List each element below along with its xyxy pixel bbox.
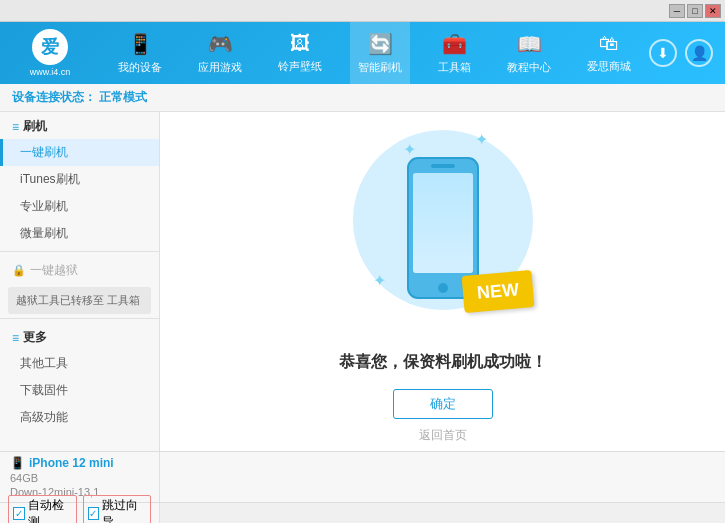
apps-icon: 🎮 <box>208 32 233 56</box>
nav-smart-flash[interactable]: 🔄 智能刷机 <box>350 22 410 84</box>
content-area: ✦ ✦ ✦ <box>160 112 725 451</box>
home-link[interactable]: 返回首页 <box>419 427 467 444</box>
auto-check-group: ✓ 自动检测 <box>8 495 77 524</box>
device-name: 📱 iPhone 12 mini <box>10 456 149 470</box>
logo-char: 爱 <box>41 35 59 59</box>
sidebar-item-pro-flash[interactable]: 专业刷机 <box>0 193 159 220</box>
header-actions: ⬇ 👤 <box>649 39 725 67</box>
wizard-check-checkbox[interactable]: ✓ <box>88 507 100 520</box>
pro-flash-label: 专业刷机 <box>20 199 68 213</box>
tutorial-icon: 📖 <box>517 32 542 56</box>
sidebar-more-header: ≡ 更多 <box>0 323 159 350</box>
other-tools-label: 其他工具 <box>20 356 68 370</box>
sparkle-icon-2: ✦ <box>475 130 488 149</box>
nav-wallpaper[interactable]: 🖼 铃声壁纸 <box>270 22 330 84</box>
one-click-flash-label: 一键刷机 <box>20 145 68 159</box>
sparkle-icon-3: ✦ <box>373 271 386 290</box>
sidebar: ≡ 刷机 一键刷机 iTunes刷机 专业刷机 微量刷机 🔒 一键越狱 越狱工具… <box>0 112 160 451</box>
nav-smart-flash-label: 智能刷机 <box>358 60 402 75</box>
sparkle-icon-1: ✦ <box>403 140 416 159</box>
nav-my-device-label: 我的设备 <box>118 60 162 75</box>
success-text: 恭喜您，保资料刷机成功啦！ <box>339 352 547 373</box>
sidebar-item-other-tools[interactable]: 其他工具 <box>0 350 159 377</box>
wallpaper-icon: 🖼 <box>290 32 310 55</box>
store-icon: 🛍 <box>599 32 619 55</box>
itunes-flash-label: iTunes刷机 <box>20 172 80 186</box>
svg-point-2 <box>438 283 448 293</box>
nav-store[interactable]: 🛍 爱思商城 <box>579 22 639 84</box>
smart-flash-icon: 🔄 <box>368 32 393 56</box>
logo-icon: 爱 <box>32 29 68 65</box>
status-bar: 设备连接状态： 正常模式 <box>0 84 725 112</box>
device-icon: 📱 <box>10 456 25 470</box>
svg-rect-3 <box>431 164 455 168</box>
nav-toolbox[interactable]: 🧰 工具箱 <box>430 22 479 84</box>
header: 爱 www.i4.cn 📱 我的设备 🎮 应用游戏 🖼 铃声壁纸 🔄 智能刷机 … <box>0 22 725 84</box>
nav-toolbox-label: 工具箱 <box>438 60 471 75</box>
user-button[interactable]: 👤 <box>685 39 713 67</box>
confirm-button-label: 确定 <box>430 395 456 413</box>
logo-site: www.i4.cn <box>30 67 71 77</box>
phone-illustration: ✦ ✦ ✦ <box>343 120 543 340</box>
lock-icon: 🔒 <box>12 264 26 277</box>
more-section-label: 更多 <box>23 329 47 346</box>
sidebar-item-download-firmware[interactable]: 下载固件 <box>0 377 159 404</box>
nav-store-label: 爱思商城 <box>587 59 631 74</box>
toolbox-icon: 🧰 <box>442 32 467 56</box>
device-storage: 64GB <box>10 472 149 484</box>
confirm-button[interactable]: 确定 <box>393 389 493 419</box>
status-label: 设备连接状态： <box>12 89 96 106</box>
wizard-check-group: ✓ 跳过向导 <box>83 495 152 524</box>
title-bar: ─ □ ✕ <box>0 0 725 22</box>
ota-flash-label: 微量刷机 <box>20 226 68 240</box>
flash-section-icon: ≡ <box>12 120 19 134</box>
nav-tutorial[interactable]: 📖 教程中心 <box>499 22 559 84</box>
sidebar-divider-2 <box>0 318 159 319</box>
minimize-button[interactable]: ─ <box>669 4 685 18</box>
flash-section-label: 刷机 <box>23 118 47 135</box>
logo-area: 爱 www.i4.cn <box>0 22 100 84</box>
nav-tutorial-label: 教程中心 <box>507 60 551 75</box>
jailbreak-section-label: 一键越狱 <box>30 262 78 279</box>
my-device-icon: 📱 <box>128 32 153 56</box>
svg-rect-4 <box>413 173 473 273</box>
new-badge: NEW <box>461 270 534 313</box>
main-nav: 📱 我的设备 🎮 应用游戏 🖼 铃声壁纸 🔄 智能刷机 🧰 工具箱 📖 教程中心… <box>100 22 649 84</box>
checkbox-row: ✓ 自动检测 ✓ 跳过向导 <box>0 502 725 523</box>
device-content-area <box>160 452 725 502</box>
nav-my-device[interactable]: 📱 我的设备 <box>110 22 170 84</box>
status-value: 正常模式 <box>99 89 147 106</box>
sidebar-item-itunes-flash[interactable]: iTunes刷机 <box>0 166 159 193</box>
auto-check-checkbox[interactable]: ✓ <box>13 507 25 520</box>
window-controls: ─ □ ✕ <box>669 4 721 18</box>
sidebar-item-ota-flash[interactable]: 微量刷机 <box>0 220 159 247</box>
new-badge-text: NEW <box>476 279 520 303</box>
restore-button[interactable]: □ <box>687 4 703 18</box>
checkbox-area: ✓ 自动检测 ✓ 跳过向导 <box>0 503 160 523</box>
sidebar-flash-header: ≡ 刷机 <box>0 112 159 139</box>
nav-apps-label: 应用游戏 <box>198 60 242 75</box>
jailbreak-info-text: 越狱工具已转移至 工具箱 <box>16 294 140 306</box>
sidebar-item-advanced[interactable]: 高级功能 <box>0 404 159 431</box>
jailbreak-info-box: 越狱工具已转移至 工具箱 <box>8 287 151 314</box>
sidebar-jailbreak-header: 🔒 一键越狱 <box>0 256 159 283</box>
close-button[interactable]: ✕ <box>705 4 721 18</box>
sidebar-divider-1 <box>0 251 159 252</box>
auto-check-label: 自动检测 <box>28 497 72 524</box>
nav-apps[interactable]: 🎮 应用游戏 <box>190 22 250 84</box>
main-layout: ≡ 刷机 一键刷机 iTunes刷机 专业刷机 微量刷机 🔒 一键越狱 越狱工具… <box>0 112 725 451</box>
sidebar-item-one-click-flash[interactable]: 一键刷机 <box>0 139 159 166</box>
home-link-text: 返回首页 <box>419 428 467 442</box>
download-firmware-label: 下载固件 <box>20 383 68 397</box>
wizard-check-label: 跳过向导 <box>102 497 146 524</box>
nav-wallpaper-label: 铃声壁纸 <box>278 59 322 74</box>
download-button[interactable]: ⬇ <box>649 39 677 67</box>
checkbox-spacer <box>160 503 725 523</box>
device-name-text: iPhone 12 mini <box>29 456 114 470</box>
advanced-label: 高级功能 <box>20 410 68 424</box>
more-icon: ≡ <box>12 331 19 345</box>
